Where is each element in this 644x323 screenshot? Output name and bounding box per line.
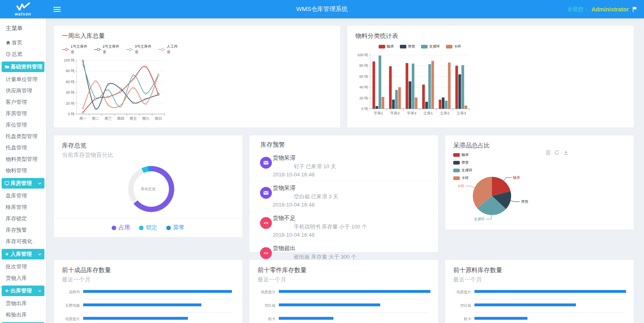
sidebar-item-托盘类型管理[interactable]: 托盘类型管理: [0, 131, 46, 142]
top-parts-hbar-chart[interactable]: 纸质垫片空白箱彩卡说明书: [258, 289, 428, 323]
menu-toggle-icon[interactable]: [53, 6, 61, 13]
sidebar-item-库房管理[interactable]: 库房管理: [2, 178, 44, 189]
legend-label: 2号立库作业: [103, 44, 120, 55]
sidebar-item-客户管理[interactable]: 客户管理: [0, 97, 46, 108]
sidebar-item-货物入库[interactable]: 货物入库: [0, 272, 46, 284]
legend-label: 轴承: [387, 44, 394, 49]
app-logo[interactable]: watson: [0, 0, 46, 18]
sidebar-item-库位管理[interactable]: 库位管理: [0, 119, 46, 131]
sidebar-item-物料类型管理[interactable]: 物料类型管理: [0, 154, 46, 165]
top-finished-hbar-chart[interactable]: 说明书瓦楞纸板纸质垫片空白箱: [62, 289, 233, 323]
topbar: watson WMS仓库管理系统 欢迎您： Administrator: [0, 0, 644, 18]
card-inventory-overview: 库存总览 当前库存货物百分比 库存总览 占用锁定异常: [53, 135, 243, 237]
hbar-bar[interactable]: [83, 290, 232, 293]
legend-label: 3号立库作业: [135, 44, 152, 55]
legend-item[interactable]: 1号立库作业: [62, 44, 88, 55]
sidebar-item-label: 库存锁定: [6, 213, 27, 224]
hbar-bar[interactable]: [83, 303, 201, 306]
legend-item[interactable]: 支撑环: [421, 44, 440, 49]
sidebar-item-label: 移库管理: [6, 202, 27, 213]
alert-item[interactable]: 货物呆滞空白箱 已呆滞 3 天2018-10-04 16:48: [249, 181, 438, 211]
overview-icon: [6, 52, 11, 57]
svg-text:弹簧: 弹簧: [521, 200, 528, 204]
sidebar-item-label: 首页: [12, 37, 22, 48]
brand-name: watson: [15, 12, 31, 16]
svg-text:40 吨: 40 吨: [359, 85, 368, 89]
sidebar-item-库存锁定[interactable]: 库存锁定: [0, 213, 46, 224]
hbar-label: 空白箱: [258, 303, 276, 308]
sidebar-item-label: 物料管理: [6, 165, 27, 176]
legend-item[interactable]: 人工作业: [158, 44, 179, 55]
top-raw-hbar-chart[interactable]: 纸质垫片空白箱彩卡说明书: [453, 289, 624, 323]
sidebar-item-供应商管理[interactable]: 供应商管理: [0, 85, 46, 97]
hbar-label: 纸质垫片: [258, 290, 276, 295]
chevron-down-icon: [38, 253, 42, 256]
hbar-bar[interactable]: [474, 290, 626, 293]
legend-label: 1号立库作业: [71, 44, 88, 55]
sidebar-item-货物出库[interactable]: 货物出库: [0, 298, 46, 309]
sidebar-item-物料管理[interactable]: 物料管理: [0, 165, 46, 176]
donut-legend: 占用锁定异常: [54, 218, 243, 237]
legend-item[interactable]: 3号立库作业: [126, 44, 152, 55]
sidebar-item-label: 出库管理: [11, 286, 32, 296]
hbar-label: 彩卡: [453, 316, 471, 322]
hbar-bar[interactable]: [279, 303, 380, 306]
weekly-io-line-chart[interactable]: 0 吨20 吨40 吨60 吨80 吨100 吨周一周二周三周四周五周六周日: [62, 55, 331, 125]
donut-legend-item[interactable]: 锁定: [139, 224, 157, 231]
sidebar-item-基础资料管理[interactable]: 基础资料管理: [2, 62, 44, 72]
notification-flag-icon[interactable]: [632, 6, 638, 13]
hbar-bar[interactable]: [83, 317, 188, 320]
hbar-gridline: [279, 299, 428, 299]
svg-text:平库1: 平库1: [374, 111, 383, 115]
sidebar-item-盘库管理[interactable]: 盘库管理: [0, 190, 46, 202]
legend-item[interactable]: 轴承: [379, 44, 394, 49]
sidebar-item-检验出库[interactable]: 检验出库: [0, 309, 46, 321]
donut-center-label: 库存总览: [54, 187, 243, 192]
alert-title: 货物呆滞: [273, 185, 430, 192]
svg-text:80 吨: 80 吨: [66, 69, 75, 73]
hbar-label: 彩卡: [258, 316, 276, 322]
donut-legend-item[interactable]: 异常: [166, 224, 185, 231]
alert-item[interactable]: 货物不足手机说明书 库存量 小于 100 个2018-10-04 16:48: [249, 211, 438, 242]
alert-timestamp: 2018-10-04 16:48: [273, 171, 430, 178]
inbound-arrow-icon: [4, 252, 9, 257]
sidebar-item-库存预警[interactable]: 库存预警: [0, 224, 46, 236]
svg-text:平库2: 平库2: [390, 111, 399, 115]
card-title: 前十原料库存数量: [445, 260, 634, 274]
hbar-bar[interactable]: [474, 317, 527, 320]
hbar-bar[interactable]: [474, 303, 576, 306]
sidebar-item-移库管理[interactable]: 移库管理: [0, 202, 46, 213]
hbar-bar[interactable]: [279, 290, 430, 293]
sidebar-item-入库管理[interactable]: 入库管理: [2, 249, 44, 259]
sidebar-item-库存可视化[interactable]: 库存可视化: [0, 236, 46, 247]
svg-text:周一: 周一: [79, 116, 86, 121]
sidebar-item-计量单位管理[interactable]: 计量单位管理: [0, 74, 46, 85]
legend-dot-marker: [166, 226, 171, 230]
legend-item[interactable]: 2号立库作业: [94, 44, 121, 55]
card-title: 前十成品库存数量: [54, 260, 243, 274]
hbar-bar[interactable]: [279, 317, 333, 320]
alert-item[interactable]: 货物呆滞钉子 已呆滞 10 天2018-10-04 16:48: [249, 151, 438, 181]
legend-item[interactable]: 弹簧: [400, 44, 415, 49]
legend-item[interactable]: 卡环: [446, 44, 461, 49]
sidebar-item-库房管理[interactable]: 库房管理: [0, 108, 46, 119]
legend-rect-marker: [379, 45, 385, 48]
username[interactable]: Administrator: [591, 6, 629, 13]
sidebar-item-出库管理[interactable]: 出库管理: [2, 286, 44, 296]
sidebar-item-托盘管理[interactable]: 托盘管理: [0, 142, 46, 154]
donut-legend-item[interactable]: 占用: [112, 224, 130, 231]
svg-text:周四: 周四: [117, 116, 124, 121]
material-bar-chart[interactable]: 0 吨20 吨40 吨60 吨80 吨100 吨平库1平库2平库3立库1立库2立…: [355, 49, 624, 119]
welcome-label: 欢迎您：: [567, 6, 589, 13]
sidebar-item-首页[interactable]: 首页: [0, 37, 46, 48]
sidebar-item-label: 库位管理: [6, 119, 27, 131]
sidebar-item-label: 供应商管理: [6, 85, 32, 97]
stagnant-pie-chart[interactable]: 轴承弹簧支撑环卡环: [445, 147, 635, 228]
sidebar-item-批次管理[interactable]: 批次管理: [0, 261, 46, 272]
sidebar-item-总览[interactable]: 总览: [0, 48, 46, 60]
alert-title: 货物超出: [273, 245, 430, 252]
eye-icon: [260, 217, 272, 229]
sidebar-item-label: 盘库管理: [6, 190, 27, 202]
legend-label: 卡环: [454, 44, 461, 49]
card-subtitle: 最近一个月: [445, 274, 634, 283]
